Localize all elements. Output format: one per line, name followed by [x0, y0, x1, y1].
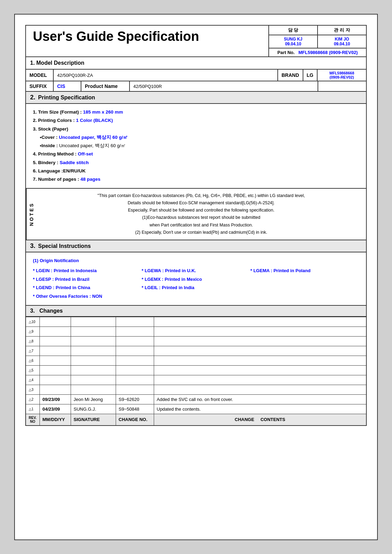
chgno-cell [116, 346, 154, 356]
special-body: (1) Origin Notification * LGEIN : Printe… [25, 252, 367, 305]
sig-cell [71, 356, 116, 365]
origin-label: (1) Origin Notification [33, 258, 79, 263]
table-row: △3 [26, 385, 366, 394]
table-row: △6 [26, 356, 366, 365]
rev-cell: △10 [26, 317, 39, 327]
suffix-partno [318, 81, 366, 91]
person2-name: KIM JO [321, 37, 363, 42]
notes-line6: (2) Especially, Don't use or contain lea… [41, 229, 361, 236]
chgno-footer: CHANGE NO. [116, 414, 154, 426]
part-no-value: MFL59868668 [299, 50, 328, 55]
content-cell [154, 385, 366, 394]
origin-grid: * LGEIN : Printed in Indonesia * LGEWA :… [33, 267, 359, 301]
part-no-area: Part No. MFL59868668 (0909-REV02) [269, 48, 366, 56]
rev-cell: △9 [26, 327, 39, 336]
date-cell [39, 327, 71, 336]
date-cell-2: 09/23/09 [39, 394, 71, 404]
model-description-title: 1. Model Description [25, 57, 367, 70]
content-cell [154, 346, 366, 356]
product-name-label: Product Name [81, 81, 130, 91]
person1: SUNG KJ 09.04.10 [269, 35, 318, 48]
col1-label: 담 당 [269, 26, 318, 35]
chgno-cell-2: S9−62620 [116, 394, 154, 404]
model-label: MODEL [26, 70, 54, 81]
sig-cell [71, 375, 116, 385]
lgein: * LGEIN : Printed in Indonesia [33, 267, 142, 275]
sig-cell [71, 317, 116, 327]
table-row: △4 [26, 375, 366, 385]
spec-line-2: 2. Printing Colors : 1 Color (BLACK) [33, 116, 359, 125]
content-cell-1: Updated the contents. [154, 404, 366, 414]
person1-date: 09.04.10 [272, 42, 314, 46]
sig-cell [71, 336, 116, 346]
spec-line-3: 3. Stock (Paper) [33, 125, 359, 133]
notes-line3: Especially, Part should be followed and … [41, 207, 361, 214]
section2-header: 2. Printing Specification [25, 92, 367, 104]
product-name-value: 42/50PQ100R [130, 81, 318, 91]
brand-value: LG [303, 70, 318, 81]
date-cell [39, 346, 71, 356]
title-box: User's Guide Specification [26, 26, 269, 56]
sig-footer: SIGNATURE [71, 414, 116, 426]
date-cell-1: 04/23/09 [39, 404, 71, 414]
chgno-cell [116, 356, 154, 365]
section2-number: 2. [30, 94, 35, 101]
header-persons: SUNG KJ 09.04.10 KIM JO 09.04.10 [269, 35, 366, 48]
content-cell [154, 375, 366, 385]
brand-label: BRAND [277, 70, 303, 81]
part-no-right: MFL59868668 (0909-REV02) [318, 70, 366, 81]
notes-label: NOTES [26, 189, 36, 240]
notes-section: NOTES "This part contain Eco-hazardous s… [25, 189, 367, 241]
model-section: MODEL 42/50PQ100R-ZA BRAND LG MFL5986866… [25, 70, 367, 92]
table-row-1: △1 04/23/09 SUNG.G.J. S9−50848 Updated t… [26, 404, 366, 414]
table-footer-row: REV.NO MM/DD/YY SIGNATURE CHANGE NO. CHA… [26, 414, 366, 426]
lgemx: * LGEMX : Printed in Mexico [142, 275, 250, 284]
notes-line2: Details should be followed Eco-SCM manag… [41, 199, 361, 207]
part-no-right-rev: (0909-REV02) [330, 75, 354, 79]
rev-cell: △8 [26, 336, 39, 346]
section3-special-header: 3. Special Instructions [25, 240, 367, 252]
col2-label: 관 리 자 [318, 26, 366, 35]
rev-cell: △6 [26, 356, 39, 365]
section2-title: Printing Specification [38, 95, 95, 101]
date-cell [39, 317, 71, 327]
chgno-cell [116, 327, 154, 336]
table-row-2: △2 09/23/09 Jeon Mi Jeong S9−62620 Added… [26, 394, 366, 404]
content-cell [154, 336, 366, 346]
part-no-right-value: MFL59868668 [329, 71, 354, 75]
lgend-row [250, 275, 359, 284]
rev-cell: △7 [26, 346, 39, 356]
spec-line-5: •Inside : Uncoated paper, 백상지 60 g/㎡ [33, 142, 359, 150]
content-cell [154, 317, 366, 327]
main-title: User's Guide Specification [33, 29, 261, 44]
lgeil: * LGEIL : Printed in India [142, 284, 250, 292]
sig-cell [71, 365, 116, 375]
page: User's Guide Specification 담 당 관 리 자 SUN… [14, 14, 378, 540]
spec-line-9: 7. Number of pages : 48 pages [33, 175, 359, 184]
sig-cell [71, 346, 116, 356]
suffix-label: SUFFIX [26, 81, 54, 91]
sig-cell-1: SUNG.G.J. [71, 404, 116, 414]
section3s-title: Special Instructions [38, 243, 91, 249]
header-right: 담 당 관 리 자 SUNG KJ 09.04.10 KIM JO 09.04.… [269, 26, 366, 56]
content-cell [154, 356, 366, 365]
section3c-title: Changes [39, 308, 63, 314]
content-cell [154, 327, 366, 336]
chgno-cell [116, 385, 154, 394]
chgno-cell-1: S9−50848 [116, 404, 154, 414]
chgno-cell [116, 365, 154, 375]
notes-line5: when Part certification test and First M… [41, 222, 361, 229]
rev-cell: △4 [26, 375, 39, 385]
person2: KIM JO 09.04.10 [318, 35, 366, 48]
date-cell [39, 336, 71, 346]
other-factories: * Other Oversea Factories : NON [33, 292, 142, 301]
spec-line-6: 4. Printing Method : Off-set [33, 150, 359, 158]
lgend: * LGEND : Printed in China [33, 284, 142, 292]
table-row: △10 [26, 317, 366, 327]
sig-cell [71, 385, 116, 394]
spec-line-4: •Cover : Uncoated paper, 백상지 60 g/㎡ [33, 133, 359, 142]
part-no-rev: (0909-REV02) [329, 50, 358, 55]
origin-notification: (1) Origin Notification [33, 257, 359, 265]
part-no-label: Part No. [277, 50, 295, 55]
rev-cell-2: △2 [26, 394, 39, 404]
